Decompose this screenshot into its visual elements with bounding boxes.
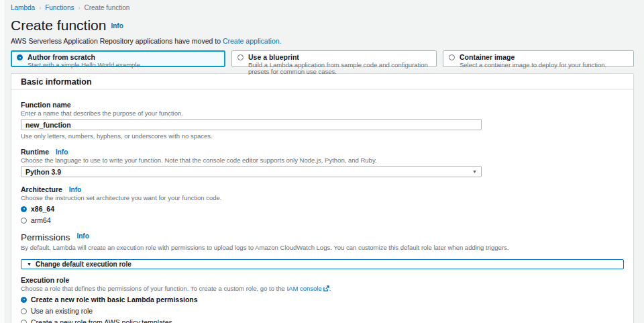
radio-label: x86_64: [31, 205, 54, 213]
caret-down-icon: ▼: [27, 262, 32, 267]
card-title: Use a blueprint: [248, 54, 431, 61]
breadcrumb-lambda[interactable]: Lambda: [11, 4, 35, 11]
architecture-option-arm64[interactable]: arm64: [21, 216, 624, 224]
execution-role-description-suffix: .: [329, 285, 331, 292]
breadcrumb-separator-icon: ›: [39, 5, 41, 11]
function-name-label: Function name: [21, 101, 624, 109]
create-application-link[interactable]: Create application.: [223, 37, 282, 45]
execution-role-description-text: Choose a role that defines the permissio…: [21, 285, 286, 292]
card-use-a-blueprint[interactable]: Use a blueprint Build a Lambda applicati…: [231, 50, 437, 67]
execution-role-description: Choose a role that defines the permissio…: [21, 285, 624, 292]
card-title: Author from scratch: [28, 54, 142, 61]
breadcrumb: Lambda › Functions › Create function: [11, 0, 634, 11]
card-description: Start with a simple Hello World example.: [28, 62, 142, 68]
permissions-info-link[interactable]: Info: [76, 232, 89, 240]
radio-use-a-blueprint[interactable]: [237, 54, 244, 60]
create-function-page: Lambda › Functions › Create function Cre…: [11, 0, 634, 323]
execution-role-field: Execution role Choose a role that define…: [21, 276, 624, 323]
page-header: Create functionInfo AWS Serverless Appli…: [11, 11, 634, 45]
subtitle-text: AWS Serverless Application Repository ap…: [11, 37, 223, 45]
runtime-info-link[interactable]: Info: [56, 148, 68, 156]
radio-arm64[interactable]: [21, 218, 27, 224]
radio-create-basic-role[interactable]: [21, 297, 27, 303]
breadcrumb-separator-icon: ›: [78, 5, 80, 11]
change-default-execution-role-expander[interactable]: ▼ Change default execution role: [21, 259, 624, 269]
architecture-field: Architecture Info Choose the instruction…: [21, 185, 624, 224]
radio-label: Create a new role from AWS policy templa…: [31, 318, 172, 323]
expander-label: Change default execution role: [36, 261, 131, 268]
runtime-field: Runtime Info Choose the language to use …: [21, 148, 624, 177]
external-link-icon: [323, 285, 329, 291]
architecture-description: Choose the instruction set architecture …: [21, 194, 624, 201]
architecture-option-x86-64[interactable]: x86_64: [21, 205, 624, 213]
runtime-selected-value: Python 3.9: [25, 168, 61, 176]
function-name-constraint: Use only letters, numbers, hyphens, or u…: [21, 132, 624, 140]
radio-use-existing-role[interactable]: [21, 308, 27, 314]
creation-option-cards: Author from scratch Start with a simple …: [11, 50, 634, 67]
radio-author-from-scratch[interactable]: [17, 54, 23, 60]
runtime-description: Choose the language to use to write your…: [21, 156, 624, 164]
breadcrumb-current: Create function: [85, 4, 130, 11]
card-container-image[interactable]: Container image Select a container image…: [443, 50, 634, 67]
basic-information-heading: Basic information: [11, 74, 633, 90]
card-description: Select a container image to deploy for y…: [460, 62, 606, 68]
runtime-label: Runtime: [21, 148, 49, 156]
role-option-create-basic[interactable]: Create a new role with basic Lambda perm…: [21, 295, 624, 304]
chevron-down-icon: ▼: [472, 169, 477, 174]
title-info-link[interactable]: Info: [111, 22, 123, 30]
role-option-use-existing[interactable]: Use an existing role: [21, 307, 624, 315]
iam-console-link[interactable]: IAM console: [286, 285, 321, 292]
card-title: Container image: [460, 54, 606, 61]
execution-role-label: Execution role: [21, 276, 624, 284]
basic-information-panel: Basic information Function name Enter a …: [11, 73, 634, 323]
permissions-section: Permissions Info By default, Lambda will…: [21, 224, 624, 323]
runtime-select[interactable]: Python 3.9 ▼: [21, 166, 482, 177]
radio-policy-templates-role[interactable]: [21, 320, 27, 323]
permissions-heading: Permissions: [21, 232, 70, 242]
radio-container-image[interactable]: [449, 54, 455, 60]
breadcrumb-functions[interactable]: Functions: [45, 4, 74, 11]
permissions-description: By default, Lambda will create an execut…: [21, 244, 624, 251]
role-option-policy-templates[interactable]: Create a new role from AWS policy templa…: [21, 318, 624, 323]
page-subtitle: AWS Serverless Application Repository ap…: [11, 37, 634, 45]
radio-label: arm64: [31, 216, 51, 224]
architecture-label: Architecture: [21, 185, 62, 193]
radio-label: Create a new role with basic Lambda perm…: [31, 295, 198, 304]
radio-label: Use an existing role: [31, 307, 93, 315]
function-name-field: Function name Enter a name that describe…: [21, 101, 624, 140]
architecture-info-link[interactable]: Info: [69, 186, 81, 193]
collapsed-side-nav[interactable]: [0, 0, 5, 323]
function-name-input[interactable]: [21, 119, 482, 130]
card-author-from-scratch[interactable]: Author from scratch Start with a simple …: [11, 50, 225, 67]
function-name-description: Enter a name that describes the purpose …: [21, 109, 624, 117]
radio-x86-64[interactable]: [21, 206, 27, 212]
card-description: Build a Lambda application from sample c…: [248, 62, 431, 75]
page-title: Create function: [11, 17, 106, 34]
